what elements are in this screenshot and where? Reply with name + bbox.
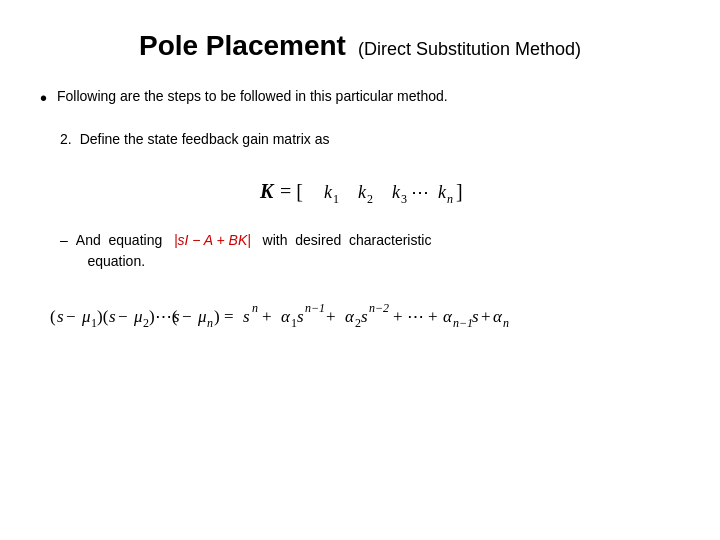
svg-text:) =: ) = xyxy=(214,307,234,326)
svg-text:n: n xyxy=(447,192,453,206)
slide: Pole Placement (Direct Substitution Meth… xyxy=(0,0,720,540)
svg-text:n−1: n−1 xyxy=(305,301,325,315)
abs-expression: |sI − A + BK| xyxy=(174,232,251,248)
svg-text:= [: = [ xyxy=(280,180,303,202)
svg-text:1: 1 xyxy=(333,192,339,206)
svg-text:n: n xyxy=(503,316,509,330)
svg-text:n−2: n−2 xyxy=(369,301,389,315)
svg-text:⋯: ⋯ xyxy=(411,182,429,202)
svg-text:)(: )( xyxy=(97,307,109,326)
svg-text:k: k xyxy=(392,182,401,202)
svg-text:n: n xyxy=(252,301,258,315)
svg-text:s: s xyxy=(109,307,116,326)
svg-text:s: s xyxy=(243,307,250,326)
svg-text:α: α xyxy=(281,307,291,326)
svg-text:s: s xyxy=(472,307,479,326)
svg-text:s: s xyxy=(173,307,180,326)
svg-text:2: 2 xyxy=(367,192,373,206)
svg-text:μ: μ xyxy=(133,307,143,326)
slide-title-sub: (Direct Substitution Method) xyxy=(358,39,581,59)
svg-text:s: s xyxy=(297,307,304,326)
svg-text:−: − xyxy=(118,307,128,326)
svg-text:K: K xyxy=(259,180,275,202)
slide-title-main: Pole Placement xyxy=(139,30,346,61)
svg-text:+: + xyxy=(262,307,272,326)
numbered-item-2: 2. Define the state feedback gain matrix… xyxy=(60,129,680,150)
svg-text:+: + xyxy=(326,307,336,326)
svg-text:]: ] xyxy=(456,180,463,202)
svg-text:(: ( xyxy=(50,307,56,326)
svg-text:α: α xyxy=(443,307,453,326)
bullet-dot-1: • xyxy=(40,83,47,113)
numbered-label-2: 2. xyxy=(60,129,72,150)
svg-text:s: s xyxy=(57,307,64,326)
svg-text:3: 3 xyxy=(401,192,407,206)
svg-text:μ: μ xyxy=(81,307,91,326)
svg-text:k: k xyxy=(358,182,367,202)
dash-text: And equating |sI − A + BK| with desired … xyxy=(76,230,432,272)
k-matrix-svg: K = [ k 1 k 2 k 3 ⋯ k n ] xyxy=(200,166,520,216)
svg-text:k: k xyxy=(438,182,447,202)
svg-text:α: α xyxy=(493,307,503,326)
slide-content: • Following are the steps to be followed… xyxy=(40,86,680,344)
dash-item-equating: – And equating |sI − A + BK| with desire… xyxy=(60,230,680,272)
numbered-text-2: Define the state feedback gain matrix as xyxy=(80,129,330,150)
dash-label: – xyxy=(60,230,68,251)
bullet-item-1: • Following are the steps to be followed… xyxy=(40,86,680,113)
svg-text:μ: μ xyxy=(197,307,207,326)
svg-text:−: − xyxy=(182,307,192,326)
svg-text:+ ⋯ +: + ⋯ + xyxy=(393,307,438,326)
final-eq-svg: ( s − μ 1 )( s − μ 2 )⋯( s − μ n ) = s n xyxy=(40,290,720,338)
bullet-text-1: Following are the steps to be followed i… xyxy=(57,86,448,107)
svg-text:n−1: n−1 xyxy=(453,316,473,330)
svg-text:s: s xyxy=(361,307,368,326)
svg-text:−: − xyxy=(66,307,76,326)
svg-text:n: n xyxy=(207,316,213,330)
svg-text:k: k xyxy=(324,182,333,202)
svg-text:α: α xyxy=(345,307,355,326)
svg-text:+: + xyxy=(481,307,491,326)
title-area: Pole Placement (Direct Substitution Meth… xyxy=(40,30,680,62)
final-equation: ( s − μ 1 )( s − μ 2 )⋯( s − μ n ) = s n xyxy=(40,290,680,344)
k-matrix-equation: K = [ k 1 k 2 k 3 ⋯ k n ] xyxy=(40,166,680,216)
